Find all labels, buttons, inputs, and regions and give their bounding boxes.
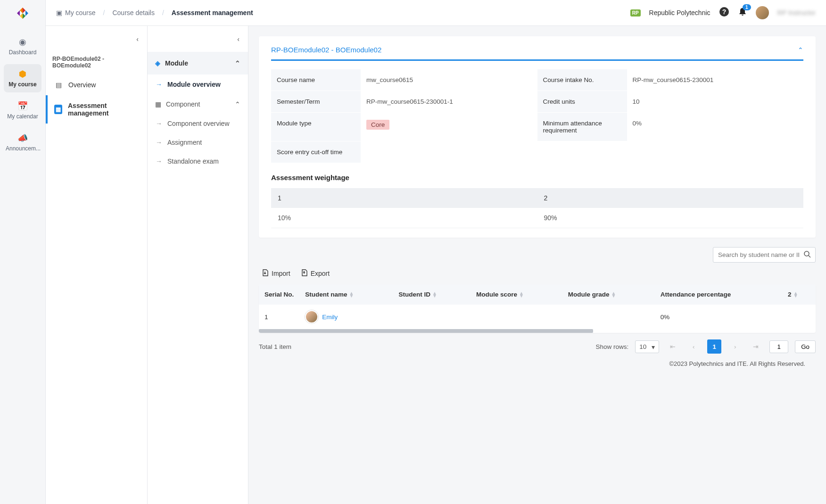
breadcrumb: ▣ My course / Course details / Assessmen… — [56, 9, 253, 17]
rail-my-course[interactable]: ⬢ My course — [4, 64, 41, 92]
user-name[interactable]: RP Instructor — [777, 9, 816, 17]
export-label: Export — [311, 270, 330, 277]
page-first[interactable]: ⇤ — [666, 339, 680, 354]
crumb-sep: / — [103, 9, 105, 17]
aw-val-2: 90% — [537, 208, 804, 228]
go-button[interactable]: Go — [795, 340, 816, 353]
compass-icon: ◉ — [6, 37, 40, 47]
assignment-label: Assignment — [167, 139, 202, 146]
module-panel: ‹ ◈ Module ⌃ → Module overview ▦ Compone… — [148, 26, 248, 504]
sort-icon: ▲▼ — [349, 292, 354, 297]
cell-serial: 1 — [259, 305, 299, 329]
crumb-course-details[interactable]: Course details — [112, 9, 155, 17]
notif-badge: 1 — [743, 4, 751, 10]
cell-extra — [782, 305, 816, 329]
th-serial: Serial No. — [259, 284, 299, 305]
rows-select[interactable]: 10 — [635, 340, 659, 353]
lbl-cutoff: Score entry cut-off time — [271, 141, 361, 163]
collapse-panel1[interactable]: ‹ — [46, 26, 147, 52]
assignment-item[interactable]: → Assignment — [148, 133, 248, 152]
rail-dashboard[interactable]: ◉ Dashboard — [4, 32, 41, 60]
panel1-overview-label: Overview — [68, 81, 96, 89]
import-button[interactable]: Import — [262, 269, 290, 278]
th-student-id[interactable]: Student ID▲▼ — [393, 284, 471, 305]
aw-head-2: 2 — [537, 188, 804, 208]
th-extra[interactable]: 2▲▼ — [782, 284, 816, 305]
sort-icon: ▲▼ — [793, 292, 798, 297]
import-label: Import — [272, 270, 290, 277]
val-min-att: 0% — [627, 113, 804, 141]
th-student-name[interactable]: Student name▲▼ — [299, 284, 393, 305]
chevron-up-icon[interactable]: ⌃ — [798, 46, 803, 54]
lbl-credits: Credit units — [537, 91, 627, 113]
component-overview-item[interactable]: → Component overview — [148, 114, 248, 133]
horizontal-scrollbar[interactable] — [259, 329, 593, 333]
rail-calendar[interactable]: 📅 My calendar — [4, 96, 41, 124]
lbl-module-type: Module type — [271, 113, 361, 141]
bell-icon[interactable]: 1 — [738, 7, 747, 19]
lbl-semester: Semester/Term — [271, 91, 361, 113]
calendar-icon: 📅 — [6, 101, 40, 111]
footer-text: ©2023 Polytechnics and ITE. All Rights R… — [259, 354, 816, 372]
val-module-type: Core — [361, 113, 537, 141]
total-items: Total 1 item — [259, 343, 291, 350]
val-cutoff — [361, 141, 537, 163]
cell-mscore — [471, 305, 562, 329]
module-info-card: RP-BOEmodule02 - BOEmodule02 ⌃ Course na… — [259, 36, 816, 238]
page-prev[interactable]: ‹ — [686, 339, 701, 354]
list-icon: ▤ — [54, 81, 63, 89]
page-last[interactable]: ⇥ — [749, 339, 763, 354]
page-current[interactable]: 1 — [707, 339, 721, 354]
lbl-min-att: Minimum attendance requirement — [537, 113, 627, 141]
module-overview-item[interactable]: → Module overview — [148, 74, 248, 94]
pagination: Total 1 item Show rows: 10 ⇤ ‹ 1 › ⇥ Go — [259, 339, 816, 354]
panel1-overview[interactable]: ▤ Overview — [46, 74, 147, 95]
rail-announce-label: Announcem... — [6, 145, 41, 152]
crumb-my-course[interactable]: My course — [65, 9, 96, 17]
org-badge: RP — [630, 9, 641, 17]
search-input[interactable] — [713, 247, 816, 263]
card-title: RP-BOEmodule02 - BOEmodule02 — [271, 46, 381, 54]
content-area: RP-BOEmodule02 - BOEmodule02 ⌃ Course na… — [248, 26, 826, 504]
table-row: 1 Emily 0% — [259, 305, 816, 329]
students-table: Serial No. Student name▲▼ Student ID▲▼ M… — [259, 284, 816, 329]
export-button[interactable]: Export — [301, 269, 330, 278]
topbar: ▣ My course / Course details / Assessmen… — [46, 0, 826, 26]
th-module-grade[interactable]: Module grade▲▼ — [562, 284, 655, 305]
collapse-panel2[interactable]: ‹ — [148, 26, 248, 52]
arrow-right-icon: → — [155, 139, 163, 146]
th-attendance: Attendance percentage — [655, 284, 782, 305]
page-input[interactable] — [769, 340, 788, 353]
help-icon[interactable]: ? — [719, 7, 729, 19]
core-chip: Core — [366, 120, 389, 130]
show-rows-label: Show rows: — [595, 343, 628, 350]
chevron-left-icon: ‹ — [136, 35, 139, 43]
box-icon: ⬢ — [6, 69, 40, 79]
left-rail: ◉ Dashboard ⬢ My course 📅 My calendar 📣 … — [0, 0, 46, 504]
module-header-label: Module — [165, 59, 188, 67]
export-icon — [301, 269, 308, 278]
chevron-left-icon: ‹ — [237, 35, 240, 43]
val-semester: RP-mw_course0615-230001-1 — [361, 91, 537, 113]
component-item[interactable]: ▦ Component ⌃ — [148, 94, 248, 114]
lbl-course-name: Course name — [271, 69, 361, 91]
svg-line-3 — [809, 256, 810, 257]
student-name-link[interactable]: Emily — [322, 314, 338, 321]
page-next[interactable]: › — [728, 339, 742, 354]
student-avatar — [305, 310, 318, 323]
search-icon[interactable] — [804, 251, 811, 259]
standalone-exam-item[interactable]: → Standalone exam — [148, 152, 248, 171]
aw-head-1: 1 — [271, 188, 537, 208]
aw-val-1: 10% — [271, 208, 537, 228]
arrow-right-icon: → — [155, 120, 163, 127]
chevron-up-icon: ⌃ — [235, 100, 240, 108]
sort-icon: ▲▼ — [611, 292, 616, 297]
panel1-assessment[interactable]: ▦ Assessment management — [46, 95, 147, 124]
th-module-score[interactable]: Module score▲▼ — [471, 284, 562, 305]
avatar[interactable] — [756, 6, 769, 19]
crumb-current: Assessment management — [172, 9, 253, 17]
module-header[interactable]: ◈ Module ⌃ — [148, 52, 248, 74]
rail-announcements[interactable]: 📣 Announcem... — [4, 128, 41, 157]
bullhorn-icon: 📣 — [6, 133, 40, 143]
module-overview-label: Module overview — [167, 81, 221, 88]
